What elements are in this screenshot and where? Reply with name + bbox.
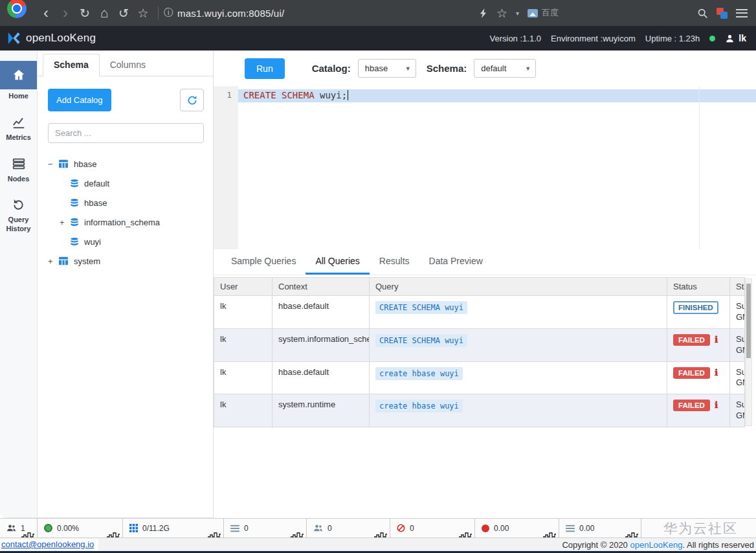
schema-panel: Schema Columns Add Catalog − hbase [38, 51, 213, 517]
metric-throughput: 0.00 [559, 519, 641, 537]
user-cell: lk [214, 394, 272, 427]
user-icon [725, 34, 735, 43]
table-scrollbar[interactable] [745, 278, 752, 426]
forward-icon[interactable]: › [56, 7, 75, 19]
query-text[interactable]: CREATE SCHEMA wuyi [375, 334, 467, 347]
menu-icon[interactable] [736, 9, 748, 17]
tree-item-wuyi[interactable]: wuyi [38, 232, 213, 251]
sidebar-item-home[interactable]: Home [0, 61, 37, 101]
schema-icon [70, 198, 79, 207]
time-cell: SunGM [730, 328, 745, 361]
table-row: lk system.runtime create hbase wuyi FAIL… [214, 394, 745, 427]
app-header: openLooKeng Version :1.1.0 Environment :… [0, 26, 756, 51]
tree-item-hbase-schema[interactable]: hbase [38, 193, 213, 212]
col-status: Status [667, 278, 730, 296]
add-catalog-button[interactable]: Add Catalog [48, 89, 111, 111]
screen: ‹ › ↻ ⌂ ↺ ☆ ⓘ mas1.wuyi.com:8085/ui/ ☆ ▾… [0, 0, 756, 553]
sidebar-item-query-history[interactable]: Query History [0, 196, 37, 234]
contact-link[interactable]: contact@openlookeng.io [0, 539, 98, 550]
metric-memory: 0/11.2G [123, 519, 224, 537]
tab-all-queries[interactable]: All Queries [306, 249, 369, 275]
query-text[interactable]: create hbase wuyi [375, 367, 463, 380]
search-input[interactable] [48, 123, 204, 143]
baidu-extension[interactable]: 百度 [528, 7, 559, 19]
health-status-dot [709, 36, 715, 41]
address-bar[interactable]: mas1.wuyi.com:8085/ui/ [177, 8, 284, 19]
schema-label: Schema: [427, 63, 467, 74]
error-info-icon[interactable]: ℹ [715, 400, 718, 410]
metrics-icon [12, 115, 26, 130]
status-badge: FINISHED [673, 301, 718, 314]
back-icon[interactable]: ‹ [36, 7, 56, 19]
user-cell: lk [214, 296, 272, 329]
translate-extension-icon[interactable] [717, 8, 728, 19]
sidebar-item-metrics[interactable]: Metrics [0, 114, 37, 142]
metric-queued: 0 [224, 519, 307, 537]
tab-results[interactable]: Results [370, 249, 419, 275]
code-line: CREATE SCHEMA wuyi; [243, 90, 348, 100]
expand-icon[interactable]: + [60, 218, 70, 227]
error-info-icon[interactable]: ℹ [715, 367, 718, 378]
tab-schema[interactable]: Schema [43, 54, 100, 76]
schema-select[interactable]: default ▼ [474, 59, 536, 78]
refresh-icon [186, 95, 198, 106]
schema-icon [70, 179, 79, 188]
scrollbar-thumb[interactable] [746, 284, 751, 358]
tree-item-system[interactable]: + system [38, 251, 213, 271]
failed-dot-icon [482, 525, 489, 532]
context-cell: hbase.default [272, 296, 370, 329]
sparkline-icon [208, 532, 221, 537]
sql-editor[interactable]: 1 CREATE SCHEMA wuyi; [214, 86, 756, 249]
tree-item-default[interactable]: default [38, 174, 213, 193]
home-nav-icon[interactable]: ⌂ [94, 5, 114, 21]
tree-item-hbase[interactable]: − hbase [38, 154, 213, 174]
catalog-select[interactable]: hbase ▼ [358, 59, 416, 78]
expand-icon[interactable]: + [48, 256, 58, 266]
uptime-text: Uptime : 1.23h [645, 34, 700, 43]
logo-icon [6, 30, 21, 46]
collapse-icon[interactable]: − [48, 159, 58, 169]
nav-rail: Home Metrics Nodes Query History [0, 51, 38, 517]
queries-table: User Context Query Status Sta lk hbase.d… [214, 277, 744, 427]
catalog-icon [58, 256, 69, 265]
editor-gutter: 1 [214, 86, 238, 249]
tree-item-information-schema[interactable]: + information_schema [38, 212, 213, 232]
chevron-down-icon[interactable]: ▾ [516, 10, 519, 17]
metric-sessions: 0 [307, 519, 390, 537]
favorite-star-icon[interactable]: ☆ [496, 6, 507, 21]
metric-cpu: 0.00% [38, 519, 123, 537]
chrome-logo-icon [7, 0, 27, 18]
sparkline-icon [543, 532, 556, 537]
page-info-icon[interactable]: ⓘ [164, 7, 173, 19]
version-text: Version :1.1.0 [489, 34, 541, 43]
refresh-button[interactable] [180, 89, 204, 111]
home-icon [12, 68, 26, 82]
bookmark-star-icon[interactable]: ☆ [133, 6, 153, 21]
schema-panel-tabs: Schema Columns [38, 51, 213, 76]
context-cell: hbase.default [272, 361, 370, 394]
time-cell: SunGM [730, 296, 745, 329]
results-tab-bar: Sample Queries All Queries Results Data … [214, 249, 756, 275]
status-badge: FAILED [673, 334, 710, 346]
search-icon[interactable] [697, 8, 708, 19]
user-cell: lk [214, 361, 272, 394]
context-cell: system.information_schem [272, 328, 370, 361]
brand-link[interactable]: openLooKeng [630, 540, 682, 550]
undo-icon[interactable]: ↺ [114, 6, 133, 21]
nodes-icon [12, 157, 26, 171]
tab-columns[interactable]: Columns [100, 54, 156, 76]
query-text[interactable]: create hbase wuyi [375, 400, 463, 412]
tab-sample-queries[interactable]: Sample Queries [221, 249, 306, 275]
metric-blocked: 0 [390, 519, 475, 537]
tab-data-preview[interactable]: Data Preview [419, 249, 493, 275]
reload-icon[interactable]: ↻ [75, 6, 94, 21]
flash-icon[interactable] [480, 8, 488, 19]
sparkline-icon [291, 532, 304, 537]
error-info-icon[interactable]: ℹ [715, 334, 718, 344]
user-menu[interactable]: lk [725, 33, 746, 43]
query-text[interactable]: CREATE SCHEMA wuyi [375, 301, 467, 314]
copyright-text: Copyright © 2020 openLooKeng. All rights… [562, 540, 754, 550]
sidebar-item-nodes[interactable]: Nodes [0, 155, 37, 184]
run-button[interactable]: Run [245, 58, 285, 79]
print-margin-line [699, 86, 700, 249]
